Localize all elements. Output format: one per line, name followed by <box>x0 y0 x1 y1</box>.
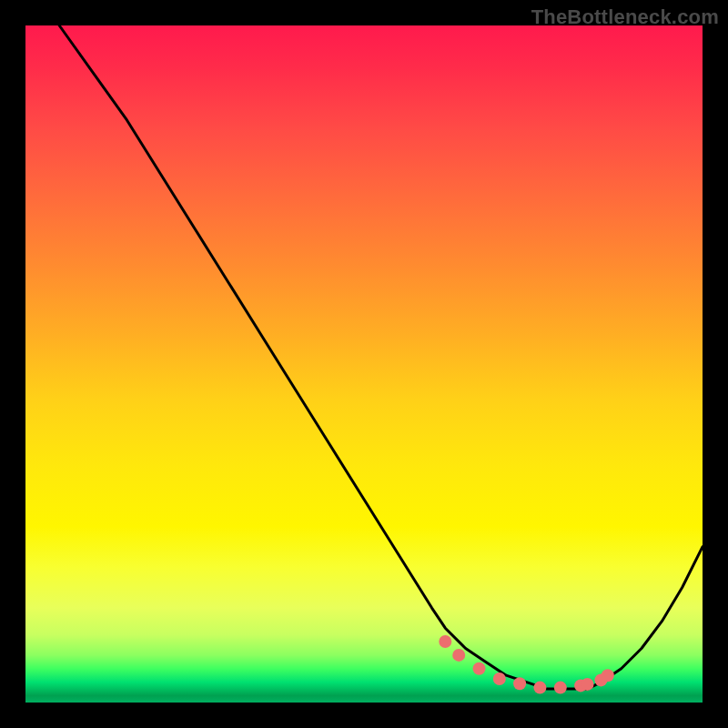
chart-svg <box>25 25 703 703</box>
bottleneck-curve <box>59 25 703 689</box>
optimal-dot <box>554 682 567 694</box>
optimal-dot <box>493 672 506 685</box>
optimal-dot <box>581 678 594 691</box>
optimal-dot <box>602 669 614 682</box>
optimal-range-dots <box>439 635 614 694</box>
optimal-dot <box>513 677 526 690</box>
optimal-dot <box>473 662 486 675</box>
plot-area <box>25 25 703 703</box>
optimal-dot <box>439 635 451 648</box>
optimal-dot <box>533 682 546 694</box>
chart-frame: TheBottleneck.com <box>0 0 728 728</box>
optimal-dot <box>452 649 465 662</box>
